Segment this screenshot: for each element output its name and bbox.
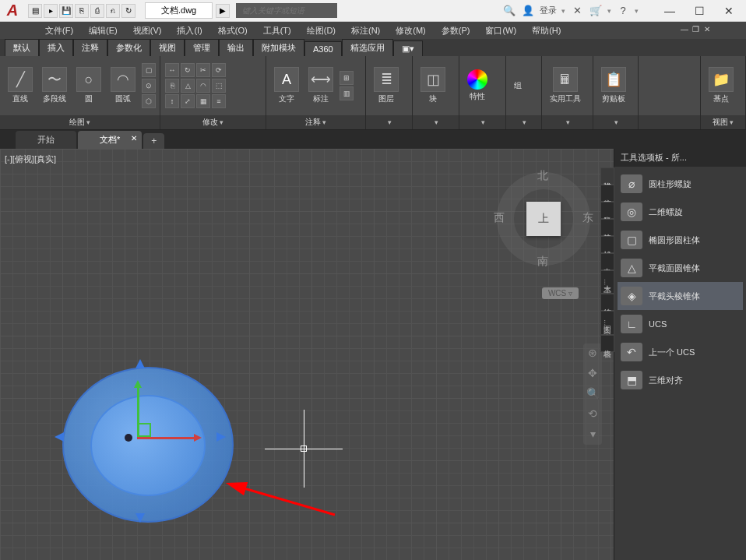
menu-file[interactable]: 文件(F): [37, 25, 81, 37]
panel-props-dd[interactable]: ▾: [459, 115, 505, 129]
panel-clip-dd[interactable]: ▾: [593, 115, 638, 129]
menu-view[interactable]: 视图(V): [125, 25, 170, 37]
util-button[interactable]: 🖩实用工具: [547, 65, 584, 106]
ribbon-tab-annotate[interactable]: 注释: [73, 39, 107, 56]
ribbon-tab-manage[interactable]: 管理: [185, 39, 219, 56]
text-button[interactable]: A文字: [271, 65, 302, 106]
doctab-close-icon[interactable]: ✕: [131, 134, 137, 143]
pal-item-helix-2d[interactable]: ◎二维螺旋: [618, 198, 743, 226]
pal-item-ucs[interactable]: ∟UCS: [618, 310, 743, 338]
pal-tab-mech[interactable]: 机械: [600, 236, 614, 253]
panel-modify-title[interactable]: 修改▾: [160, 115, 266, 129]
props-button[interactable]: 特性: [464, 68, 491, 104]
vc-west[interactable]: 西: [494, 211, 505, 225]
menu-tools[interactable]: 工具(T): [255, 25, 299, 37]
vc-top-face[interactable]: 上: [526, 202, 561, 236]
nav-show-icon[interactable]: ▾: [586, 428, 600, 442]
menu-param[interactable]: 参数(P): [434, 25, 478, 37]
draw-small-1[interactable]: ▢: [142, 63, 156, 77]
qat-save-icon[interactable]: 💾: [59, 4, 73, 18]
line-button[interactable]: ╱直线: [5, 65, 36, 106]
panel-util-dd[interactable]: ▾: [542, 115, 593, 129]
doc-close-icon[interactable]: ✕: [704, 25, 715, 36]
menu-format[interactable]: 格式(O): [210, 25, 255, 37]
menu-draw[interactable]: 绘图(D): [299, 25, 343, 37]
nav-zoom-icon[interactable]: 🔍: [586, 387, 600, 401]
dim-button[interactable]: ⟷标注: [305, 65, 336, 106]
trim-icon[interactable]: ✂: [196, 63, 210, 77]
app-logo[interactable]: A: [0, 0, 25, 22]
pal-item-frustum-cone[interactable]: △平截面圆锥体: [618, 254, 743, 282]
title-play-icon[interactable]: ▶: [216, 4, 230, 18]
menu-modify[interactable]: 修改(M): [388, 25, 434, 37]
ribbon-tab-insert[interactable]: 插入: [39, 39, 73, 56]
help-icon[interactable]: ?: [616, 4, 630, 18]
panel-view-title[interactable]: 视图▾: [701, 115, 745, 129]
search-input[interactable]: [236, 3, 337, 18]
pal-tab-civil[interactable]: 土木...: [600, 270, 614, 294]
ann-s1[interactable]: ⊞: [340, 71, 354, 85]
qat-new-icon[interactable]: ▤: [28, 4, 42, 18]
doctab-current[interactable]: 文档*✕: [78, 131, 142, 149]
clipboard-button[interactable]: 📋剪贴板: [598, 65, 629, 106]
block-button[interactable]: ◫块: [417, 65, 449, 106]
login-link[interactable]: 登录: [540, 5, 557, 16]
ribbon-tab-a360[interactable]: A360: [304, 41, 342, 56]
scale-icon[interactable]: ⤢: [181, 94, 195, 108]
vc-north[interactable]: 北: [537, 169, 548, 183]
gizmo-origin[interactable]: [137, 423, 151, 437]
panel-layer-dd[interactable]: ▾: [366, 115, 412, 129]
pal-item-ucs-prev[interactable]: ↶上一个 UCS: [618, 338, 743, 366]
pal-tab-modeling[interactable]: 建模: [600, 167, 614, 185]
menu-window[interactable]: 窗口(W): [477, 25, 524, 37]
ribbon-tab-addon[interactable]: 附加模块: [253, 39, 304, 56]
draw-small-3[interactable]: ⬡: [142, 94, 156, 108]
close-button[interactable]: ✕: [715, 2, 743, 20]
menu-edit[interactable]: 编辑(E): [81, 25, 125, 37]
mod-4[interactable]: ⟳: [212, 63, 226, 77]
pal-item-3d-align[interactable]: ⬒三维对齐: [618, 366, 743, 394]
pal-tab-struct[interactable]: 结构: [600, 294, 614, 311]
vc-south[interactable]: 南: [537, 255, 548, 269]
qat-print-icon[interactable]: ⎙: [90, 4, 104, 18]
pal-tab-annotate[interactable]: 注释: [600, 202, 614, 219]
base-button[interactable]: 📁基点: [706, 65, 737, 106]
pal-tab-constraint[interactable]: 约束: [600, 185, 614, 202]
doc-minimize-icon[interactable]: —: [681, 25, 691, 36]
menu-dim[interactable]: 标注(N): [343, 25, 388, 37]
pal-item-ellipse-cyl[interactable]: ▢椭圆形圆柱体: [618, 226, 743, 254]
search-icon[interactable]: 🔍: [502, 4, 516, 18]
palette-title[interactable]: 工具选项板 - 所...: [614, 149, 746, 167]
x-axis[interactable]: [137, 437, 199, 439]
arc-button[interactable]: ◠圆弧: [107, 65, 139, 106]
view-cube[interactable]: 北 南 东 西 上: [497, 172, 590, 266]
exchange-icon[interactable]: ✕: [570, 4, 584, 18]
mod-12[interactable]: ≡: [212, 94, 226, 108]
ribbon-tab-view[interactable]: 视图: [150, 39, 185, 56]
stretch-icon[interactable]: ↕: [165, 94, 179, 108]
fillet-icon[interactable]: ◠: [196, 79, 210, 93]
circle-button[interactable]: ○圆: [73, 65, 104, 106]
nav-pan-icon[interactable]: ✥: [586, 367, 600, 381]
ribbon-tab-default[interactable]: 默认: [5, 39, 39, 56]
user-icon[interactable]: 👤: [521, 4, 535, 18]
polyline-button[interactable]: 〜多段线: [39, 65, 70, 106]
wcs-badge[interactable]: WCS ▿: [542, 287, 579, 299]
panel-draw-title[interactable]: 绘图▾: [0, 115, 160, 129]
menu-help[interactable]: 帮助(H): [524, 25, 568, 37]
panel-block-dd[interactable]: ▾: [413, 115, 459, 129]
qat-saveas-icon[interactable]: ⎘: [75, 4, 89, 18]
rotate-icon[interactable]: ↻: [181, 63, 195, 77]
array-icon[interactable]: ▦: [196, 94, 210, 108]
ribbon-tab-param[interactable]: 参数化: [107, 39, 150, 56]
doctab-add-button[interactable]: +: [143, 133, 164, 149]
drawing-area[interactable]: [-][俯视][真实] 北 南 东 西 上 WCS ▿ ⊛ ✥ 🔍: [0, 149, 746, 560]
doc-restore-icon[interactable]: ❐: [692, 25, 703, 36]
pal-tab-table[interactable]: 表格: [600, 335, 614, 352]
pal-tab-hatch[interactable]: 图案...: [600, 311, 614, 334]
ribbon-tab-featured[interactable]: 精选应用: [342, 39, 393, 56]
ann-s2[interactable]: ▥: [340, 86, 354, 100]
vc-east[interactable]: 东: [582, 211, 593, 225]
panel-annotate-title[interactable]: 注释▾: [266, 115, 365, 129]
layer-button[interactable]: ≣图层: [371, 65, 402, 106]
